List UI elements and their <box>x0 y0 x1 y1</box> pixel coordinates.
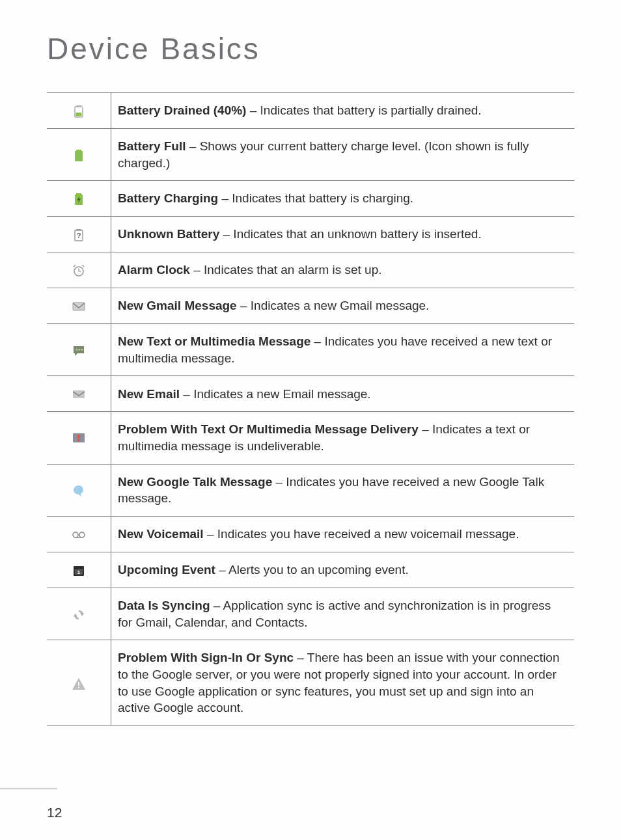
battery-full-icon-cell <box>47 128 111 180</box>
row-title: New Email <box>118 387 180 401</box>
table-row: New Google Talk Message – Indicates you … <box>47 464 574 516</box>
data-syncing-icon-cell <box>47 588 111 640</box>
description-cell: Data Is Syncing – Application sync is ac… <box>111 588 575 640</box>
row-title: Unknown Battery <box>118 227 219 241</box>
sync-problem-icon <box>71 676 87 692</box>
table-row: New Text or Multimedia Message – Indicat… <box>47 324 574 376</box>
new-email-icon <box>71 386 87 402</box>
row-description: – Indicates a new Email message. <box>180 387 371 401</box>
alarm-clock-icon <box>71 263 87 278</box>
battery-charging-icon-cell <box>47 181 111 217</box>
upcoming-event-icon-cell <box>47 552 111 588</box>
row-title: Problem With Sign-In Or Sync <box>118 651 294 664</box>
message-problem-icon-cell <box>47 412 111 464</box>
voicemail-icon-cell <box>47 517 111 552</box>
description-cell: New Text or Multimedia Message – Indicat… <box>111 324 575 376</box>
row-description: – Alerts you to an upcoming event. <box>215 563 409 576</box>
footer-divider <box>0 789 57 789</box>
row-title: Problem With Text Or Multimedia Message … <box>118 422 419 436</box>
row-title: New Gmail Message <box>118 299 237 312</box>
description-cell: New Google Talk Message – Indicates you … <box>111 464 575 516</box>
battery-charging-icon <box>71 191 87 207</box>
row-title: New Voicemail <box>118 527 204 541</box>
table-row: Problem With Sign-In Or Sync – There has… <box>47 640 574 726</box>
voicemail-icon <box>71 527 87 543</box>
description-cell: Problem With Sign-In Or Sync – There has… <box>111 640 575 726</box>
alarm-clock-icon-cell <box>47 252 111 288</box>
table-row: Upcoming Event – Alerts you to an upcomi… <box>47 552 574 588</box>
page: Device Basics Battery Drained (40%) – In… <box>0 0 621 840</box>
table-row: Problem With Text Or Multimedia Message … <box>47 412 574 464</box>
upcoming-event-icon <box>71 563 87 578</box>
table-row: New Gmail Message – Indicates a new Gmai… <box>47 288 574 324</box>
description-cell: Battery Full – Shows your current batter… <box>111 128 575 180</box>
description-cell: New Voicemail – Indicates you have recei… <box>111 517 575 552</box>
battery-drained-icon <box>71 103 87 119</box>
description-cell: Battery Charging – Indicates that batter… <box>111 181 575 217</box>
row-title: Battery Charging <box>118 191 218 205</box>
data-syncing-icon <box>71 607 87 623</box>
description-cell: Alarm Clock – Indicates that an alarm is… <box>111 252 575 288</box>
table-row: Battery Drained (40%) – Indicates that b… <box>47 93 574 129</box>
row-title: Upcoming Event <box>118 563 215 576</box>
gtalk-message-icon <box>71 483 87 498</box>
gmail-message-icon <box>71 299 87 314</box>
row-title: Data Is Syncing <box>118 599 210 612</box>
new-email-icon-cell <box>47 376 111 412</box>
gmail-message-icon-cell <box>47 288 111 324</box>
description-cell: Problem With Text Or Multimedia Message … <box>111 412 575 464</box>
battery-drained-icon-cell <box>47 93 111 129</box>
row-title: New Google Talk Message <box>118 475 272 489</box>
row-description: – Indicates that an unknown battery is i… <box>219 227 481 241</box>
table-row: New Voicemail – Indicates you have recei… <box>47 517 574 552</box>
row-title: New Text or Multimedia Message <box>118 334 310 348</box>
description-cell: New Email – Indicates a new Email messag… <box>111 376 575 412</box>
description-cell: New Gmail Message – Indicates a new Gmai… <box>111 288 575 324</box>
table-row: New Email – Indicates a new Email messag… <box>47 376 574 412</box>
page-number: 12 <box>47 805 62 820</box>
table-row: Battery Full – Shows your current batter… <box>47 128 574 180</box>
sync-problem-icon-cell <box>47 640 111 726</box>
new-text-mms-icon-cell <box>47 324 111 376</box>
table-row: Data Is Syncing – Application sync is ac… <box>47 588 574 640</box>
row-description: – Indicates that battery is charging. <box>218 191 413 205</box>
unknown-battery-icon-cell <box>47 217 111 252</box>
row-description: – Indicates you have received a new voic… <box>204 527 519 541</box>
battery-full-icon <box>71 148 87 163</box>
description-cell: Battery Drained (40%) – Indicates that b… <box>111 93 575 129</box>
new-text-mms-icon <box>71 343 87 359</box>
description-cell: Upcoming Event – Alerts you to an upcomi… <box>111 552 575 588</box>
row-description: – Indicates a new Gmail message. <box>237 299 430 312</box>
icon-table: Battery Drained (40%) – Indicates that b… <box>47 92 574 726</box>
row-description: – Indicates that an alarm is set up. <box>190 263 382 277</box>
row-title: Battery Full <box>118 139 186 153</box>
page-title: Device Basics <box>47 31 574 66</box>
row-title: Alarm Clock <box>118 263 190 277</box>
row-title: Battery Drained (40%) <box>118 103 246 117</box>
table-row: Unknown Battery – Indicates that an unkn… <box>47 217 574 252</box>
table-row: Battery Charging – Indicates that batter… <box>47 181 574 217</box>
row-description: – Indicates that battery is partially dr… <box>246 103 481 117</box>
table-row: Alarm Clock – Indicates that an alarm is… <box>47 252 574 288</box>
unknown-battery-icon <box>71 227 87 243</box>
description-cell: Unknown Battery – Indicates that an unkn… <box>111 217 575 252</box>
gtalk-message-icon-cell <box>47 464 111 516</box>
message-problem-icon <box>71 431 87 446</box>
